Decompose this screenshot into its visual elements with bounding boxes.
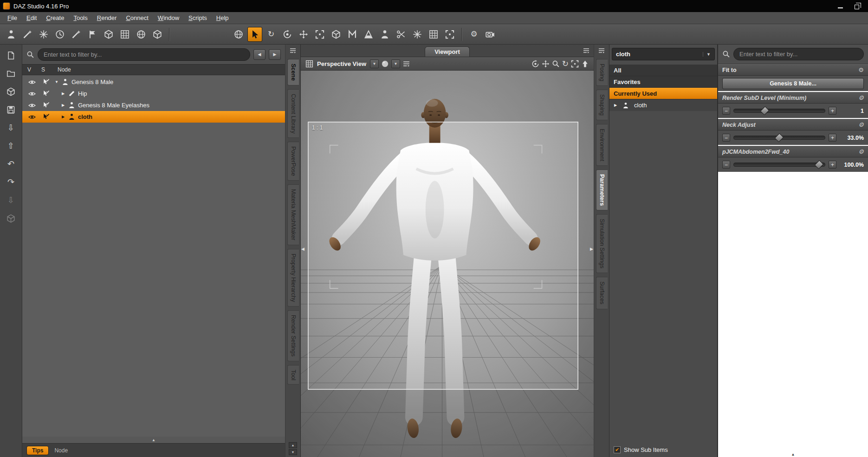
merge-scene-icon[interactable] <box>5 85 17 98</box>
menu-help[interactable]: Help <box>212 13 233 23</box>
region-editor-icon[interactable] <box>426 27 441 42</box>
render-icon[interactable] <box>442 27 457 42</box>
camera-cube-icon[interactable] <box>305 60 313 68</box>
tips-button[interactable]: Tips <box>26 446 49 455</box>
tab-powerpose[interactable]: PowerPose <box>287 142 299 181</box>
tab-content-library[interactable]: Content Library <box>287 89 299 138</box>
scene-filter-input[interactable] <box>38 48 250 61</box>
tab-render-settings[interactable]: Render Settings <box>287 310 299 361</box>
gear-icon[interactable]: ⚙ <box>858 66 864 73</box>
group-header[interactable]: Neck Adjust ⚙ <box>718 119 868 131</box>
pane-options-icon[interactable] <box>598 47 605 54</box>
tree-row-genesis-8-male[interactable]: ▼ Genesis 8 Male <box>22 76 285 88</box>
scene-navigator-tool-icon[interactable] <box>231 27 246 42</box>
render-settings-gear-icon[interactable]: ⚙ <box>466 27 481 42</box>
slider-handle[interactable] <box>760 106 769 116</box>
animate-tool-icon[interactable] <box>345 27 360 42</box>
export-icon[interactable]: ⇧ <box>5 140 17 152</box>
camera-dropdown-icon[interactable]: ▼ <box>370 59 379 68</box>
menu-connect[interactable]: Connect <box>121 13 153 23</box>
orbit-tool-icon[interactable] <box>280 27 295 42</box>
tab-materia-meshmaker[interactable]: Materia MeshMaker <box>287 184 299 245</box>
info-sphere-icon[interactable] <box>134 27 149 42</box>
polygon-burst-icon[interactable] <box>36 27 51 42</box>
node-selection-tool-icon[interactable] <box>247 27 262 42</box>
menu-file[interactable]: File <box>3 13 22 23</box>
collapse-left-splitter-icon[interactable]: ◀ <box>301 247 304 251</box>
filter-item-favorites[interactable]: Favorites <box>609 76 717 88</box>
redo-icon[interactable]: ↷ <box>5 176 17 188</box>
tree-row-hip[interactable]: ▶ Hip <box>22 88 285 99</box>
group-header[interactable]: Fit to ⚙ <box>718 64 868 76</box>
parameters-filter-input[interactable] <box>733 48 864 60</box>
tab-scroll-up-icon[interactable]: ▲ <box>289 442 297 448</box>
tab-simulation-settings[interactable]: Simulation Settings <box>596 214 608 273</box>
tree-row-cloth[interactable]: ▶ cloth <box>22 111 285 123</box>
tab-shaping[interactable]: Shaping <box>596 90 608 120</box>
filter-item-all[interactable]: All <box>609 65 717 76</box>
slider-track[interactable] <box>733 136 825 140</box>
node-selector-combobox[interactable]: cloth ▼ <box>612 48 715 60</box>
open-file-icon[interactable] <box>5 67 17 79</box>
orbit-view-icon[interactable] <box>531 60 539 68</box>
undo-icon[interactable]: ↶ <box>5 158 17 170</box>
rotate-tool-icon[interactable]: ↻ <box>264 27 279 42</box>
tab-property-hierarchy[interactable]: Property Hierarchy <box>287 249 299 307</box>
pane-options-icon[interactable] <box>289 47 297 54</box>
save-icon[interactable] <box>5 104 17 116</box>
visibility-eye-icon[interactable] <box>25 103 39 108</box>
rotate-view-icon[interactable]: ↻ <box>562 60 569 68</box>
tab-parameters[interactable]: Parameters <box>596 170 608 210</box>
view-options-icon[interactable] <box>402 60 410 68</box>
tree-row-genesis-8-male-eyelashes[interactable]: ▶ Genesis 8 Male Eyelashes <box>22 99 285 111</box>
primitive-cube-icon[interactable] <box>150 27 165 42</box>
increment-button[interactable]: + <box>829 107 836 115</box>
restore-button[interactable] <box>849 0 865 12</box>
tab-scroll-down-icon[interactable]: ▼ <box>289 449 297 455</box>
gear-icon[interactable]: ⚙ <box>858 94 864 101</box>
expander-closed-icon[interactable]: ▶ <box>59 115 67 119</box>
menu-scripts[interactable]: Scripts <box>184 13 212 23</box>
magic-wand-icon[interactable] <box>69 27 84 42</box>
minimize-button[interactable] <box>832 0 849 12</box>
group-node-icon[interactable] <box>101 27 116 42</box>
gear-icon[interactable]: ⚙ <box>858 148 864 155</box>
new-file-icon[interactable] <box>5 49 17 61</box>
tab-posing[interactable]: Posing <box>596 59 608 86</box>
pan-view-icon[interactable] <box>542 60 550 68</box>
visibility-eye-icon[interactable] <box>25 91 39 97</box>
show-sub-items-checkbox[interactable]: ✔ <box>614 446 621 453</box>
tab-tool-settings[interactable]: Tool <box>287 365 299 385</box>
tab-environment[interactable]: Environment <box>596 124 608 166</box>
new-camera-icon[interactable] <box>483 27 498 42</box>
import-icon[interactable]: ⇩ <box>5 122 17 134</box>
group-header[interactable]: pJCMAbdomen2Fwd_40 ⚙ <box>718 146 868 157</box>
menu-tools[interactable]: Tools <box>69 13 92 23</box>
slider-track[interactable] <box>733 163 825 167</box>
camera-selector[interactable]: Perspective View <box>317 60 366 67</box>
filter-item-currently-used[interactable]: Currently Used <box>609 88 717 99</box>
selectable-cursor-icon[interactable] <box>39 102 53 109</box>
filter-back-button[interactable]: ◀ <box>253 49 266 60</box>
menu-render[interactable]: Render <box>92 13 122 23</box>
transfer-utility-icon[interactable] <box>20 27 35 42</box>
selectable-cursor-icon[interactable] <box>39 78 53 85</box>
tab-viewport[interactable]: Viewport <box>425 46 470 57</box>
browser-tree-item-cloth[interactable]: ▶ cloth <box>609 99 717 111</box>
geometry-editor-icon[interactable] <box>394 27 408 42</box>
viewport-pane-options-icon[interactable] <box>583 47 590 56</box>
figure-setup-icon[interactable] <box>377 27 392 42</box>
drawstyle-dropdown-icon[interactable]: ▼ <box>391 59 400 68</box>
selectable-cursor-icon[interactable] <box>39 113 53 120</box>
menu-create[interactable]: Create <box>41 13 69 23</box>
tab-surfaces[interactable]: Surfaces <box>596 277 608 309</box>
selectable-cursor-icon[interactable] <box>39 90 53 97</box>
frame-view-icon[interactable] <box>571 60 579 68</box>
aim-view-icon[interactable] <box>581 60 589 68</box>
slider-handle[interactable] <box>815 160 824 170</box>
gear-icon[interactable]: ⚙ <box>858 121 864 128</box>
increment-button[interactable]: + <box>829 134 836 142</box>
universal-tool-icon[interactable] <box>329 27 343 42</box>
decrement-button[interactable]: − <box>722 134 730 142</box>
viewport-3d-scene[interactable] <box>301 71 594 457</box>
